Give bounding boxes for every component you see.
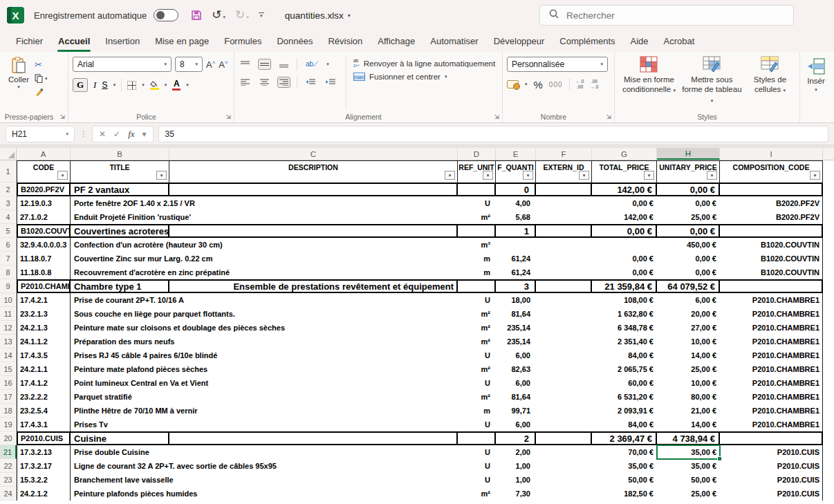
tab-développeur[interactable]: Développeur xyxy=(486,30,553,52)
insert-cells-button[interactable]: Insér ▾ xyxy=(804,57,828,93)
row-header-24[interactable]: 24 xyxy=(0,487,17,501)
cell-E8[interactable]: 61,24 xyxy=(496,265,536,279)
cell-D6[interactable]: m³ xyxy=(458,238,496,252)
cell-C21[interactable] xyxy=(169,445,458,459)
cell-D16[interactable]: U xyxy=(458,376,496,390)
cell-G16[interactable]: 60,00 € xyxy=(592,376,657,390)
cell-C24[interactable] xyxy=(169,487,458,501)
decrease-font-icon[interactable]: A˅ xyxy=(219,60,228,69)
cell-H7[interactable]: 0,00 € xyxy=(657,252,720,265)
cell-B12[interactable]: Peinture mate sur cloisons et doublage d… xyxy=(71,321,169,335)
cell-H5[interactable]: 0,00 € xyxy=(657,224,720,238)
col-header-I[interactable]: I xyxy=(720,148,823,160)
cell-I8[interactable]: B1020.COUVTIN xyxy=(720,265,823,279)
decrease-decimal-icon[interactable]: .00→.0 xyxy=(590,79,598,90)
col-header-B[interactable]: B xyxy=(71,148,169,160)
cell-G13[interactable]: 2 351,40 € xyxy=(592,335,657,348)
cell-I3[interactable]: B2020.PF2V xyxy=(720,196,823,210)
paste-button[interactable]: Coller ▾ xyxy=(4,57,29,110)
cell-I11[interactable]: P2010.CHAMBRE1 xyxy=(720,307,823,321)
cell-C8[interactable] xyxy=(169,265,458,279)
cell-D24[interactable]: m² xyxy=(458,487,496,501)
insert-function-icon[interactable]: fx xyxy=(128,129,134,140)
cell-D14[interactable]: U xyxy=(458,348,496,362)
cell-A4[interactable]: 27.1.0.2 xyxy=(17,210,71,224)
cut-button[interactable]: ✂ xyxy=(35,60,48,69)
cell-C18[interactable] xyxy=(169,404,458,418)
cell-F23[interactable] xyxy=(536,473,592,487)
cell-I12[interactable]: P2010.CHAMBRE1 xyxy=(720,321,823,335)
cell-C22[interactable] xyxy=(169,459,458,473)
cell-D17[interactable]: m² xyxy=(458,390,496,404)
table-header-extern_id[interactable]: EXTERN_ID▾ xyxy=(536,160,592,183)
cell-D13[interactable]: m² xyxy=(458,335,496,348)
row-header-8[interactable]: 8 xyxy=(0,265,17,279)
formula-input[interactable]: 35 xyxy=(158,126,828,142)
cell-A20[interactable]: P2010.CUIS xyxy=(17,431,71,445)
cell-B20[interactable]: Cuisine xyxy=(71,431,169,445)
cell-H12[interactable]: 27,00 € xyxy=(657,321,720,335)
filter-button[interactable]: ▾ xyxy=(156,171,167,180)
row-header-9[interactable]: 9 xyxy=(0,279,17,293)
table-header-unitary_price[interactable]: UNITARY_PRICE▾ xyxy=(657,160,720,183)
cell-A15[interactable]: 24.2.1.1 xyxy=(17,362,71,376)
cell-H24[interactable]: 25,00 € xyxy=(657,487,720,501)
cell-E14[interactable]: 6,00 xyxy=(496,348,536,362)
cell-D10[interactable]: U xyxy=(458,293,496,307)
row-header-21[interactable]: 21 xyxy=(0,445,17,459)
document-title[interactable]: quantities.xlsx▾ xyxy=(285,10,351,21)
cell-H10[interactable]: 6,00 € xyxy=(657,293,720,307)
cell-A10[interactable]: 17.4.2.1 xyxy=(17,293,71,307)
cell-G10[interactable]: 108,00 € xyxy=(592,293,657,307)
cell-F5[interactable] xyxy=(536,224,592,238)
cell-I10[interactable]: P2010.CHAMBRE1 xyxy=(720,293,823,307)
cell-E12[interactable]: 235,14 xyxy=(496,321,536,335)
orientation-icon[interactable]: ab⟋ xyxy=(304,58,320,71)
format-painter-button[interactable] xyxy=(35,88,48,97)
cell-I6[interactable]: B1020.COUVTIN xyxy=(720,238,823,252)
cell-G6[interactable] xyxy=(592,238,657,252)
cell-C17[interactable] xyxy=(169,390,458,404)
cell-C10[interactable] xyxy=(169,293,458,307)
tab-accueil[interactable]: Accueil xyxy=(50,30,98,52)
cell-I21[interactable]: P2010.CUIS xyxy=(720,445,823,459)
dialog-launcher-icon[interactable]: ⇲ xyxy=(59,113,65,120)
cell-C16[interactable] xyxy=(169,376,458,390)
table-header-composition_code[interactable]: COMPOSITION_CODE▾ xyxy=(720,160,823,183)
cell-E23[interactable]: 1,00 xyxy=(496,473,536,487)
cell-I15[interactable]: P2010.CHAMBRE1 xyxy=(720,362,823,376)
cell-C7[interactable] xyxy=(169,252,458,265)
row-header-4[interactable]: 4 xyxy=(0,210,17,224)
cell-B23[interactable]: Branchement lave vaisselle xyxy=(71,473,169,487)
col-header-C[interactable]: C xyxy=(169,148,458,160)
cell-H19[interactable]: 14,00 € xyxy=(657,418,720,431)
row-header-11[interactable]: 11 xyxy=(0,307,17,321)
cell-F3[interactable] xyxy=(536,196,592,210)
format-as-table-button[interactable]: Mettre sous forme de tableau ▾ xyxy=(682,56,742,110)
row-header-10[interactable]: 10 xyxy=(0,293,17,307)
cell-E6[interactable] xyxy=(496,238,536,252)
cell-F17[interactable] xyxy=(536,390,592,404)
comma-style-button[interactable]: 000 xyxy=(549,81,563,88)
cell-F9[interactable] xyxy=(536,279,592,293)
cell-H23[interactable]: 50,00 € xyxy=(657,473,720,487)
increase-font-icon[interactable]: A˄ xyxy=(206,60,215,69)
col-header-A[interactable]: A xyxy=(17,148,71,160)
cell-I18[interactable]: P2010.CHAMBRE1 xyxy=(720,404,823,418)
cell-A9[interactable]: P2010.CHAMB xyxy=(17,279,71,293)
row-header-23[interactable]: 23 xyxy=(0,473,17,487)
italic-button[interactable]: I xyxy=(93,80,96,91)
cell-B11[interactable]: Sous couche en liège pour parquet flotta… xyxy=(71,307,169,321)
cell-I16[interactable]: P2010.CHAMBRE1 xyxy=(720,376,823,390)
row-header-5[interactable]: 5 xyxy=(0,224,17,238)
font-color-icon[interactable]: A xyxy=(172,80,180,91)
cell-C2[interactable] xyxy=(169,183,458,196)
cell-F4[interactable] xyxy=(536,210,592,224)
cell-A14[interactable]: 17.4.3.5 xyxy=(17,348,71,362)
cell-F10[interactable] xyxy=(536,293,592,307)
cell-F19[interactable] xyxy=(536,418,592,431)
cell-A22[interactable]: 17.3.2.17 xyxy=(17,459,71,473)
cell-D18[interactable]: m xyxy=(458,404,496,418)
number-format-select[interactable]: Personnalisée▾ xyxy=(507,57,608,72)
font-size-select[interactable]: 8▾ xyxy=(175,57,203,72)
